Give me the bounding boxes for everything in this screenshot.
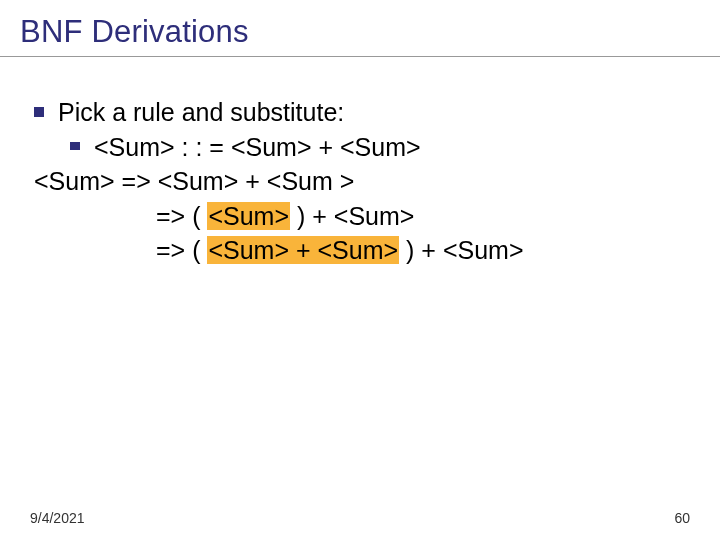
slide-footer: 9/4/2021 60 bbox=[0, 510, 720, 526]
footer-page-number: 60 bbox=[674, 510, 690, 526]
derivation-text: => ( bbox=[156, 236, 207, 264]
footer-date: 9/4/2021 bbox=[30, 510, 85, 526]
derivation-text: ) + <Sum> bbox=[290, 202, 414, 230]
bullet-text: Pick a rule and substitute: bbox=[58, 95, 344, 130]
highlight: <Sum> bbox=[207, 202, 290, 230]
derivation-text: => ( bbox=[156, 202, 207, 230]
slide-title: BNF Derivations bbox=[0, 0, 720, 57]
derivation-line: <Sum> => <Sum> + <Sum > bbox=[34, 164, 690, 199]
bullet-item-2: <Sum> : : = <Sum> + <Sum> bbox=[34, 130, 690, 165]
slide-content: Pick a rule and substitute: <Sum> : : = … bbox=[0, 57, 720, 268]
derivation-text: ) + <Sum> bbox=[399, 236, 523, 264]
highlight: <Sum> + <Sum> bbox=[207, 236, 399, 264]
derivation-block: <Sum> => <Sum> + <Sum > => ( <Sum> ) + <… bbox=[34, 164, 690, 268]
bullet-text: <Sum> : : = <Sum> + <Sum> bbox=[94, 130, 421, 165]
derivation-line: => ( <Sum> + <Sum> ) + <Sum> bbox=[34, 233, 690, 268]
derivation-line: => ( <Sum> ) + <Sum> bbox=[34, 199, 690, 234]
slide: BNF Derivations Pick a rule and substitu… bbox=[0, 0, 720, 540]
bullet-icon bbox=[34, 107, 44, 117]
bullet-item-1: Pick a rule and substitute: bbox=[34, 95, 690, 130]
bullet-icon bbox=[70, 142, 80, 150]
